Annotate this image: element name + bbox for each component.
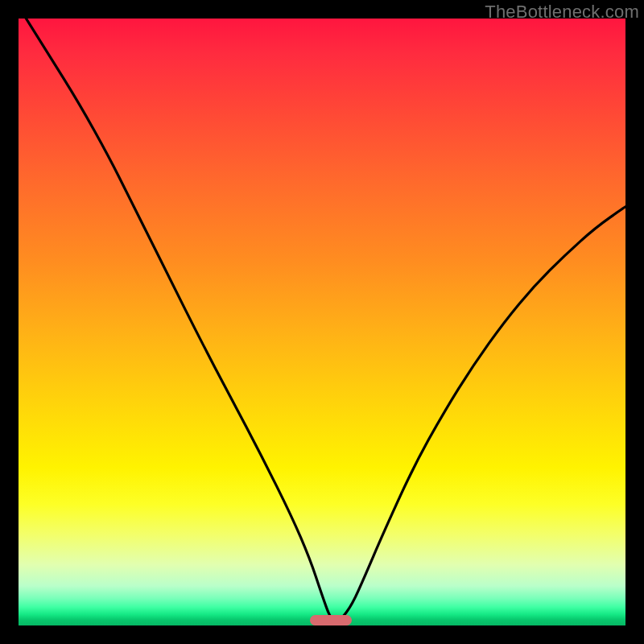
bottleneck-curve-path xyxy=(19,19,625,621)
curve-layer xyxy=(19,19,625,625)
watermark-text: TheBottleneck.com xyxy=(485,2,639,23)
optimum-marker xyxy=(310,615,352,625)
plot-area xyxy=(19,19,625,625)
chart-frame: TheBottleneck.com xyxy=(0,0,644,644)
